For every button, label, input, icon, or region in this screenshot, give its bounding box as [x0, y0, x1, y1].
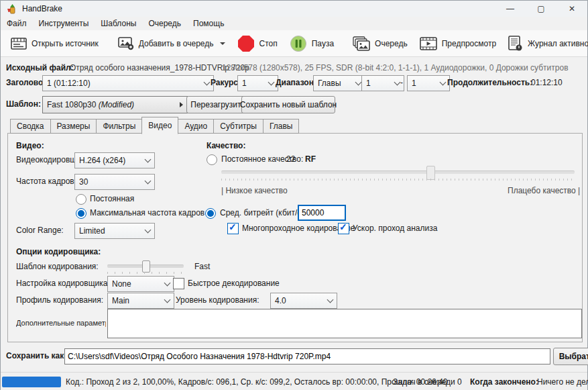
save-path-input[interactable]	[64, 348, 550, 364]
chevron-right-icon	[180, 102, 183, 107]
tab-audio[interactable]: Аудио	[178, 119, 214, 134]
angle-label: Ракурс:	[211, 75, 241, 90]
chevron-down-icon	[394, 79, 401, 86]
encoder-preset-slider-track[interactable]	[107, 264, 184, 268]
chevron-down-icon	[327, 297, 334, 303]
close-button[interactable]: ✕	[556, 1, 587, 17]
title-select[interactable]: 1 (01:12:10)	[42, 75, 214, 91]
stop-octagon-icon	[237, 35, 255, 52]
fast-decode-label[interactable]: Быстрое декодирование	[188, 276, 280, 291]
quality-slider-thumb[interactable]	[426, 166, 435, 180]
save-new-preset-button[interactable]: Сохранить новый шаблон	[241, 96, 335, 113]
maximize-button[interactable]: ▢	[526, 1, 556, 17]
chevron-down-icon	[164, 280, 171, 287]
range-label: Диапазон:	[276, 75, 316, 90]
minimize-button[interactable]: —	[495, 1, 526, 17]
range-from-select[interactable]: 1	[361, 75, 404, 91]
chevron-down-icon	[145, 227, 152, 234]
constant-framerate-label[interactable]: Постоянная	[90, 191, 134, 206]
chevron-down-icon	[145, 178, 152, 185]
menu-queue[interactable]: Очередь	[142, 17, 187, 30]
menu-presets[interactable]: Шаблоны	[95, 17, 142, 30]
avg-bitrate-label[interactable]: Сред. битрейт (кбит/с):	[220, 205, 306, 220]
chevron-down-icon	[440, 79, 447, 86]
tab-chapters[interactable]: Главы	[263, 119, 300, 134]
encoder-tune-label: Настройка кодировщика:	[16, 276, 110, 291]
extra-options-textarea[interactable]	[107, 309, 582, 338]
video-tab-panel: Видео: Видеокодировщик: H.264 (x264) Час…	[7, 133, 583, 342]
queue-button[interactable]: Очередь	[347, 33, 414, 54]
avg-bitrate-input[interactable]	[298, 205, 346, 221]
encoder-profile-label: Профиль кодирования:	[16, 293, 103, 307]
when-done-label: Когда закончено:	[470, 373, 538, 390]
range-type-select[interactable]: Главы	[313, 75, 365, 91]
tab-video[interactable]: Видео	[141, 117, 178, 134]
browse-button[interactable]: Выбрать	[553, 348, 588, 365]
quality-slider-track[interactable]	[221, 170, 575, 174]
peak-framerate-radio[interactable]	[76, 208, 86, 219]
when-done-select[interactable]: Ничего не делать	[537, 373, 588, 390]
pause-button[interactable]: Пауза	[284, 32, 340, 56]
extra-options-label: Дополнительные параметры:	[16, 315, 106, 330]
activity-log-button[interactable]: Журнал активности	[502, 32, 588, 55]
chevron-down-icon	[164, 297, 171, 303]
video-section-title: Видео:	[16, 138, 44, 153]
multipass-checkbox[interactable]	[227, 223, 239, 234]
preset-label: Шаблон:	[6, 96, 41, 112]
preset-modified-flag: (Modified)	[99, 100, 134, 109]
preset-dropdown[interactable]: Fast 1080p30 (Modified)	[42, 96, 188, 113]
framerate-select[interactable]: 30	[74, 174, 155, 190]
open-source-button[interactable]: Открыть источник	[5, 34, 105, 54]
window-title: HandBrake	[22, 4, 62, 13]
turbo-analysis-checkbox[interactable]	[338, 223, 349, 234]
pause-circle-icon	[290, 35, 307, 52]
encoder-preset-slider-thumb[interactable]	[142, 260, 150, 273]
avg-bitrate-radio[interactable]	[205, 208, 216, 219]
duration-value: 01:12:10	[531, 75, 563, 90]
tab-dimensions[interactable]: Размеры	[50, 119, 97, 134]
fast-decode-checkbox[interactable]	[173, 278, 184, 289]
encoder-preset-label: Шаблон кодирования:	[16, 259, 99, 274]
stop-button[interactable]: Стоп	[231, 32, 284, 56]
encoder-profile-select[interactable]: Main	[107, 293, 174, 309]
tab-bar: Сводка Размеры Фильтры Видео Аудио Субти…	[10, 117, 298, 134]
handbrake-window: HandBrake — ▢ ✕ Файл Инструменты Шаблоны…	[0, 0, 588, 390]
constant-quality-radio[interactable]	[207, 154, 217, 165]
menubar: Файл Инструменты Шаблоны Очередь Помощь	[1, 17, 587, 30]
peak-framerate-label[interactable]: Максимальная частота кадров	[90, 205, 204, 220]
add-photo-icon	[117, 36, 134, 50]
chevron-down-icon	[220, 42, 225, 45]
menu-tools[interactable]: Инструменты	[33, 17, 95, 30]
statusbar: Код.: Проход 2 из 2, 100,00%, Кадров/с: …	[1, 372, 587, 390]
queue-jobs-count: Задач в очереди 0	[393, 373, 462, 390]
range-dash: -	[400, 75, 403, 90]
film-slate-icon	[11, 37, 27, 50]
encoder-level-label: Уровень кодирования:	[176, 293, 259, 307]
range-to-select[interactable]: 1	[407, 75, 450, 91]
chevron-down-icon	[268, 79, 275, 86]
add-to-queue-button[interactable]: Добавить в очередь	[111, 33, 231, 54]
tab-filters[interactable]: Фильтры	[96, 119, 142, 134]
menu-help[interactable]: Помощь	[187, 17, 230, 30]
duration-label: Продолжительность:	[447, 75, 532, 90]
angle-select[interactable]: 1	[237, 75, 278, 91]
color-range-select[interactable]: Limited	[74, 223, 155, 239]
constant-framerate-radio[interactable]	[76, 194, 86, 205]
toolbar: Открыть источник Добавить в очередь	[1, 30, 587, 57]
photo-stack-icon	[353, 36, 370, 51]
encoder-tune-select[interactable]: None	[107, 276, 174, 292]
source-file-label: Исходный файл:	[6, 60, 74, 75]
chevron-down-icon	[145, 156, 152, 163]
save-as-label: Сохранить как:	[6, 348, 66, 364]
preview-button[interactable]: Предпросмотр	[414, 34, 502, 54]
encoder-options-title: Опции кодировщика:	[16, 244, 101, 259]
encoder-level-select[interactable]: 4.0	[270, 293, 337, 309]
turbo-analysis-label[interactable]: Ускор. проход анализа	[353, 221, 437, 236]
constant-quality-value: 22	[286, 152, 295, 166]
tab-summary[interactable]: Сводка	[10, 119, 51, 134]
chevron-down-icon	[204, 79, 211, 86]
menu-file[interactable]: Файл	[1, 17, 33, 30]
video-encoder-select[interactable]: H.264 (x264)	[74, 152, 155, 168]
source-file-details: 1280x578 (1280x578), 25 FPS, SDR (8-bit …	[222, 60, 569, 75]
tab-subtitles[interactable]: Субтитры	[213, 119, 263, 134]
